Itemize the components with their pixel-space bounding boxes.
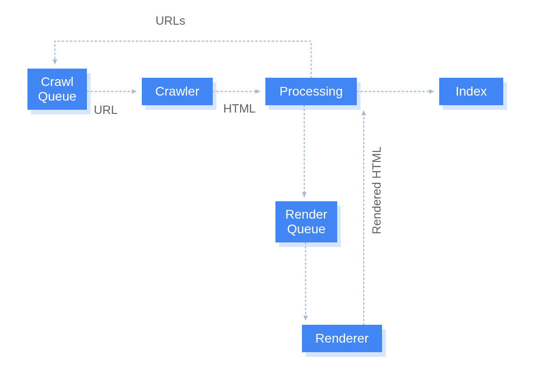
index-node: Index [439,78,503,105]
processing-node: Processing [265,78,357,105]
crawl-queue-node: Crawl Queue [27,69,87,110]
diagram-connectors [0,0,549,392]
crawler-node: Crawler [142,78,213,105]
renderer-node: Renderer [302,325,382,352]
render-queue-node: Render Queue [275,201,337,242]
rendered-html-label: Rendered HTML [370,146,384,234]
urls-label: URLs [156,14,185,28]
html-label: HTML [223,102,256,116]
url-label: URL [94,103,118,117]
edge-processing-crawlqueue [55,41,311,78]
